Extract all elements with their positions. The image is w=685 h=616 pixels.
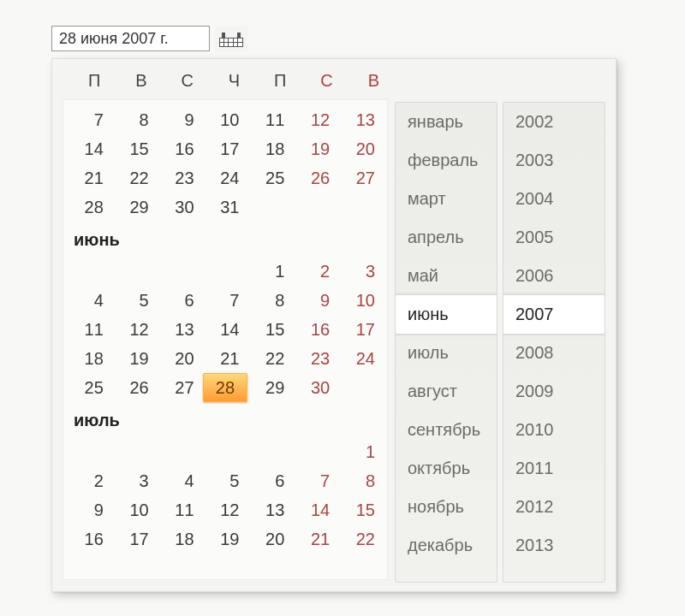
day-cell[interactable]: 16 <box>67 524 112 554</box>
year-item-selected[interactable]: 2007 <box>503 294 605 335</box>
day-cell[interactable]: 7 <box>293 466 338 495</box>
day-cell[interactable]: 12 <box>293 105 338 134</box>
day-cell[interactable]: 11 <box>158 495 203 524</box>
month-list[interactable]: январьфевральмартапрельмайиюньиюльавгуст… <box>395 102 497 583</box>
day-cell[interactable]: 30 <box>293 373 338 402</box>
year-item[interactable]: 2003 <box>503 141 605 180</box>
month-item[interactable]: декабрь <box>396 526 497 565</box>
day-cell[interactable]: 25 <box>247 163 293 192</box>
day-cell-selected[interactable]: 28 <box>203 373 248 402</box>
day-cell[interactable]: 13 <box>158 315 203 344</box>
year-list[interactable]: 2002200320042005200620072008200920102011… <box>503 102 605 583</box>
day-cell[interactable]: 20 <box>338 134 384 163</box>
day-cell[interactable]: 2 <box>293 257 338 286</box>
month-item[interactable]: ноябрь <box>396 488 497 526</box>
day-cell[interactable]: 7 <box>67 105 112 134</box>
day-cell[interactable]: 31 <box>203 192 248 222</box>
month-item[interactable]: август <box>396 372 497 411</box>
day-cell[interactable]: 8 <box>338 466 384 495</box>
day-cell[interactable]: 19 <box>112 344 158 373</box>
year-item[interactable]: 2008 <box>503 334 605 372</box>
day-cell[interactable]: 16 <box>158 134 203 163</box>
day-cell[interactable]: 9 <box>67 495 112 524</box>
day-cell[interactable]: 8 <box>112 105 158 134</box>
day-cell[interactable]: 15 <box>112 134 158 163</box>
day-cell[interactable]: 15 <box>338 495 384 524</box>
day-cell[interactable]: 6 <box>247 466 293 495</box>
day-cell[interactable]: 5 <box>203 466 248 495</box>
year-item[interactable]: 2009 <box>503 372 605 411</box>
day-cell[interactable]: 10 <box>112 495 158 524</box>
month-item[interactable]: сентябрь <box>396 411 497 449</box>
day-cell[interactable]: 6 <box>158 286 203 315</box>
day-cell[interactable]: 25 <box>67 373 112 402</box>
year-item[interactable]: 2002 <box>503 103 605 141</box>
day-cell[interactable]: 28 <box>67 192 112 222</box>
day-cell[interactable]: 23 <box>293 344 338 373</box>
month-item[interactable]: май <box>396 257 497 295</box>
day-cell[interactable]: 23 <box>158 163 203 192</box>
day-cell[interactable]: 1 <box>247 257 293 286</box>
day-cell[interactable]: 13 <box>247 495 293 524</box>
day-cell[interactable]: 11 <box>67 315 112 344</box>
day-cell[interactable]: 19 <box>293 134 338 163</box>
day-cell[interactable]: 17 <box>203 134 248 163</box>
month-item[interactable]: октябрь <box>396 449 497 488</box>
day-cell[interactable]: 11 <box>247 105 293 134</box>
month-item-selected[interactable]: июнь <box>395 294 497 335</box>
day-cell[interactable]: 22 <box>112 163 158 192</box>
day-cell[interactable]: 9 <box>158 105 203 134</box>
calendar-days[interactable]: 7891011121314151617181920212223242526272… <box>63 99 388 580</box>
day-cell[interactable]: 26 <box>112 373 158 402</box>
day-cell[interactable]: 19 <box>203 524 248 554</box>
day-cell[interactable]: 21 <box>67 163 112 192</box>
year-item[interactable]: 2005 <box>503 218 605 257</box>
day-cell[interactable]: 29 <box>247 373 293 402</box>
day-cell[interactable]: 8 <box>247 286 293 315</box>
day-cell[interactable]: 3 <box>338 257 384 286</box>
day-cell[interactable]: 30 <box>158 192 203 222</box>
day-cell[interactable]: 29 <box>112 192 158 222</box>
date-input[interactable] <box>51 26 210 51</box>
day-cell[interactable]: 18 <box>158 524 203 554</box>
day-cell[interactable]: 10 <box>203 105 248 134</box>
day-cell[interactable]: 12 <box>203 495 248 524</box>
year-item[interactable]: 2006 <box>503 257 605 295</box>
day-cell[interactable]: 20 <box>247 524 293 554</box>
month-item[interactable]: январь <box>396 103 497 141</box>
day-cell[interactable]: 4 <box>67 286 112 315</box>
day-cell[interactable]: 21 <box>293 524 338 554</box>
day-cell[interactable]: 17 <box>112 524 158 554</box>
day-cell[interactable]: 4 <box>158 466 203 495</box>
day-cell[interactable]: 15 <box>247 315 293 344</box>
year-item[interactable]: 2010 <box>503 411 605 449</box>
day-cell[interactable]: 18 <box>67 344 112 373</box>
day-cell[interactable]: 1 <box>338 437 384 466</box>
day-cell[interactable]: 5 <box>112 286 158 315</box>
year-item[interactable]: 2012 <box>503 488 605 526</box>
day-cell[interactable]: 24 <box>203 163 248 192</box>
day-cell[interactable]: 3 <box>112 466 158 495</box>
open-calendar-button[interactable] <box>215 26 247 51</box>
month-item[interactable]: февраль <box>396 141 497 180</box>
month-item[interactable]: март <box>396 180 497 218</box>
day-cell[interactable]: 17 <box>338 315 384 344</box>
day-cell[interactable]: 24 <box>338 344 384 373</box>
day-cell[interactable]: 20 <box>158 344 203 373</box>
day-cell[interactable]: 7 <box>203 286 248 315</box>
day-cell[interactable]: 18 <box>247 134 293 163</box>
day-cell[interactable]: 22 <box>247 344 293 373</box>
month-item[interactable]: июль <box>396 334 497 372</box>
month-item[interactable]: апрель <box>396 218 497 257</box>
day-cell[interactable]: 14 <box>67 134 112 163</box>
year-item[interactable]: 2013 <box>503 526 605 565</box>
day-cell[interactable]: 22 <box>338 524 384 554</box>
year-item[interactable]: 2004 <box>503 180 605 218</box>
day-cell[interactable]: 14 <box>203 315 248 344</box>
day-cell[interactable]: 9 <box>293 286 338 315</box>
day-cell[interactable]: 2 <box>67 466 112 495</box>
day-cell[interactable]: 14 <box>293 495 338 524</box>
day-cell[interactable]: 12 <box>112 315 158 344</box>
day-cell[interactable]: 27 <box>158 373 203 402</box>
day-cell[interactable]: 26 <box>293 163 338 192</box>
